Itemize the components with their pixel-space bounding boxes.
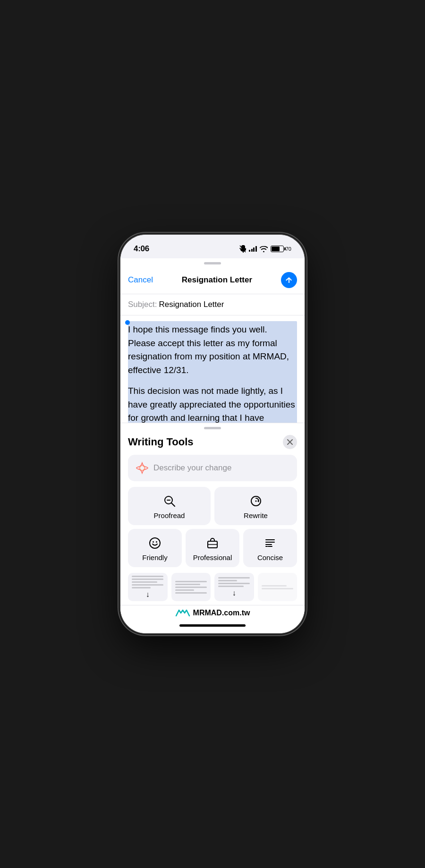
thumbnail-line (262, 585, 287, 587)
thumbnail-line (132, 587, 151, 588)
tool-row-primary: Proofread Rewrite (128, 487, 297, 525)
rewrite-icon (249, 494, 263, 508)
thumbnail-arrow-1: ↓ (146, 590, 150, 599)
thumbnail-2[interactable] (171, 573, 211, 601)
describe-placeholder: Describe your change (153, 463, 231, 473)
concise-button[interactable]: Concise (243, 529, 297, 567)
svg-line-4 (171, 503, 175, 506)
status-bar: 4:06 (120, 235, 305, 258)
thumbnail-line (132, 584, 163, 586)
thumbnail-line (175, 584, 200, 585)
phone-screen: 4:06 (120, 235, 305, 633)
concise-label: Concise (257, 553, 283, 562)
professional-button[interactable]: Professional (186, 529, 239, 567)
battery-icon: 70 (271, 246, 291, 252)
describe-input-wrapper[interactable]: Describe your change (128, 455, 297, 481)
proofread-icon (163, 494, 176, 508)
status-icons: 70 (239, 245, 291, 253)
close-writing-tools-button[interactable] (283, 435, 297, 449)
email-paragraph-1: I hope this message finds you well. Plea… (128, 323, 297, 377)
send-button[interactable] (281, 272, 297, 288)
mrmad-logo-icon (175, 608, 190, 618)
nav-bar: Cancel Resignation Letter (120, 268, 305, 294)
friendly-icon (148, 536, 162, 550)
email-text-content[interactable]: I hope this message finds you well. Plea… (128, 321, 297, 423)
mrmad-brand: MRMAD.com.tw (193, 609, 250, 617)
tool-buttons-grid: Proofread Rewrite (120, 487, 305, 571)
proofread-label: Proofread (154, 511, 185, 519)
thumbnail-line (218, 577, 250, 579)
rewrite-button[interactable]: Rewrite (214, 487, 297, 525)
thumbnail-line (218, 580, 237, 581)
home-indicator (179, 624, 246, 627)
sheet-pull-area (120, 258, 305, 268)
send-icon (285, 276, 293, 284)
rewrite-label: Rewrite (244, 511, 268, 519)
text-cursor (125, 320, 130, 325)
thumbnail-arrow-3: ↓ (232, 589, 236, 597)
thumbnail-line (132, 576, 163, 577)
thumbnail-line (218, 583, 250, 584)
email-body[interactable]: I hope this message finds you well. Plea… (120, 315, 305, 423)
close-icon (287, 439, 293, 445)
professional-icon (206, 536, 219, 550)
writing-tools-sheet: Writing Tools (120, 423, 305, 633)
friendly-button[interactable]: Friendly (128, 529, 182, 567)
concise-icon (264, 536, 277, 550)
pull-handle (204, 262, 221, 264)
status-time: 4:06 (134, 244, 149, 254)
ai-icon (136, 461, 149, 475)
writing-tools-header: Writing Tools (120, 431, 305, 455)
thumbnail-lines-1 (132, 576, 163, 588)
thumbnail-line (175, 587, 207, 588)
thumbnail-line (175, 589, 194, 591)
thumbnail-line (175, 592, 207, 594)
proofread-button[interactable]: Proofread (128, 487, 211, 525)
friendly-label: Friendly (142, 553, 167, 562)
professional-label: Professional (193, 553, 232, 562)
battery-level: 70 (286, 246, 291, 252)
thumbnail-lines-3 (218, 577, 250, 587)
phone-frame: 4:06 (120, 235, 305, 633)
cancel-button[interactable]: Cancel (128, 275, 153, 285)
describe-input-row: Describe your change (120, 455, 305, 487)
svg-marker-7 (257, 500, 259, 502)
subject-label: Subject: (128, 300, 157, 309)
sheet-drag-area (120, 423, 305, 431)
sheet-drag-indicator (204, 427, 221, 429)
bottom-thumbnails: ↓ (120, 571, 305, 605)
svg-point-8 (255, 501, 256, 502)
thumbnail-line (132, 581, 157, 583)
signal-bars (249, 246, 257, 252)
nav-title: Resignation Letter (182, 275, 252, 285)
thumbnail-lines-2 (175, 581, 207, 594)
tool-row-secondary: Friendly Professional (128, 529, 297, 567)
thumbnail-line (132, 579, 163, 580)
thumbnail-3[interactable]: ↓ (214, 573, 254, 601)
wifi-icon (260, 246, 268, 252)
thumbnail-line (218, 586, 243, 587)
svg-point-10 (153, 541, 154, 543)
watermark-bar: MRMAD.com.tw (120, 605, 305, 622)
thumbnail-4[interactable] (258, 573, 298, 601)
subject-value[interactable]: Resignation Letter (159, 300, 224, 309)
svg-point-11 (156, 541, 157, 543)
email-paragraph-2: This decision was not made lightly, as I… (128, 384, 297, 423)
thumbnail-line (175, 581, 207, 582)
svg-point-9 (150, 538, 160, 548)
thumbnail-1[interactable]: ↓ (128, 573, 168, 601)
subject-row: Subject: Resignation Letter (120, 294, 305, 315)
thumbnail-lines-4 (262, 585, 293, 589)
writing-tools-title: Writing Tools (128, 436, 194, 448)
silent-icon (239, 245, 246, 253)
thumbnail-line (262, 588, 293, 589)
